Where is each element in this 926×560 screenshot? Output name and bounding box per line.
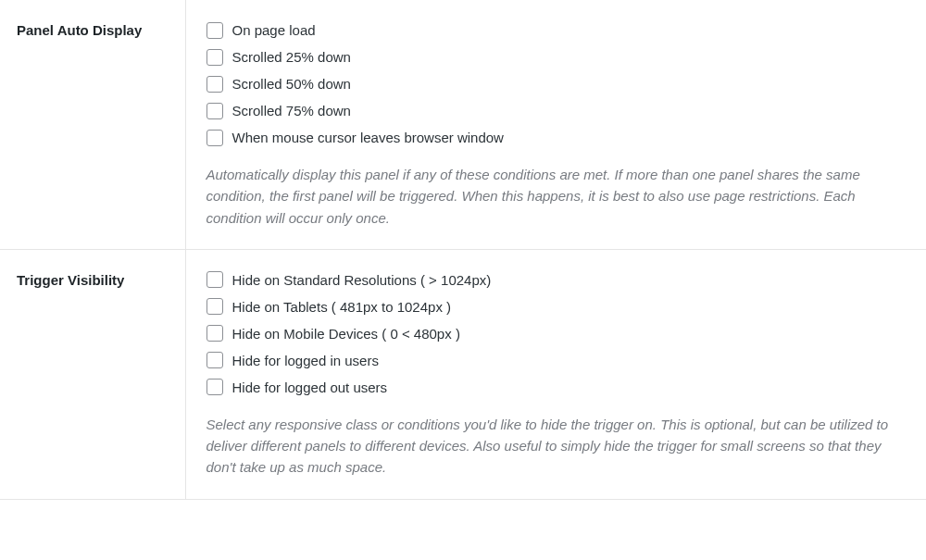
checkbox-icon[interactable] bbox=[206, 76, 223, 93]
checkbox-icon[interactable] bbox=[206, 103, 223, 119]
checkbox-label: Hide on Mobile Devices ( 0 < 480px ) bbox=[232, 324, 460, 343]
row-panel-auto-display: Panel Auto Display On page load Scrolled… bbox=[0, 0, 926, 249]
checkbox-icon[interactable] bbox=[206, 379, 223, 395]
checkbox-hide-logged-out[interactable]: Hide for logged out users bbox=[206, 378, 907, 397]
checkbox-mouse-leaves[interactable]: When mouse cursor leaves browser window bbox=[206, 128, 907, 147]
checkbox-label: Scrolled 75% down bbox=[232, 101, 351, 120]
trigger-visibility-title: Trigger Visibility bbox=[17, 272, 124, 288]
row-label: Trigger Visibility bbox=[0, 249, 185, 499]
checkbox-icon[interactable] bbox=[206, 325, 223, 342]
checkbox-label: Hide for logged out users bbox=[232, 378, 388, 397]
auto-display-description: Automatically display this panel if any … bbox=[206, 164, 892, 229]
checkbox-hide-logged-in[interactable]: Hide for logged in users bbox=[206, 351, 907, 370]
checkbox-scrolled-50[interactable]: Scrolled 50% down bbox=[206, 74, 907, 93]
auto-display-options: On page load Scrolled 25% down Scrolled … bbox=[206, 20, 907, 147]
checkbox-scrolled-75[interactable]: Scrolled 75% down bbox=[206, 101, 907, 120]
checkbox-icon[interactable] bbox=[206, 298, 223, 315]
row-field: Hide on Standard Resolutions ( > 1024px)… bbox=[185, 249, 926, 499]
checkbox-hide-standard[interactable]: Hide on Standard Resolutions ( > 1024px) bbox=[206, 270, 907, 290]
checkbox-icon[interactable] bbox=[206, 130, 223, 146]
checkbox-label: When mouse cursor leaves browser window bbox=[232, 128, 504, 147]
checkbox-scrolled-25[interactable]: Scrolled 25% down bbox=[206, 47, 907, 67]
row-field: On page load Scrolled 25% down Scrolled … bbox=[185, 0, 926, 249]
checkbox-icon[interactable] bbox=[206, 271, 223, 288]
checkbox-icon[interactable] bbox=[206, 352, 223, 368]
checkbox-label: Scrolled 25% down bbox=[232, 47, 351, 67]
checkbox-on-page-load[interactable]: On page load bbox=[206, 20, 907, 40]
checkbox-icon[interactable] bbox=[206, 22, 223, 39]
row-label: Panel Auto Display bbox=[0, 0, 185, 249]
trigger-visibility-options: Hide on Standard Resolutions ( > 1024px)… bbox=[206, 270, 907, 397]
panel-auto-display-title: Panel Auto Display bbox=[17, 22, 142, 38]
checkbox-label: Hide on Tablets ( 481px to 1024px ) bbox=[232, 297, 452, 317]
checkbox-label: On page load bbox=[232, 20, 316, 40]
checkbox-label: Scrolled 50% down bbox=[232, 74, 351, 93]
trigger-visibility-description: Select any responsive class or condition… bbox=[206, 414, 892, 479]
row-trigger-visibility: Trigger Visibility Hide on Standard Reso… bbox=[0, 249, 926, 499]
checkbox-icon[interactable] bbox=[206, 49, 223, 66]
checkbox-label: Hide on Standard Resolutions ( > 1024px) bbox=[232, 270, 492, 290]
checkbox-label: Hide for logged in users bbox=[232, 351, 379, 370]
checkbox-hide-tablets[interactable]: Hide on Tablets ( 481px to 1024px ) bbox=[206, 297, 907, 317]
checkbox-hide-mobile[interactable]: Hide on Mobile Devices ( 0 < 480px ) bbox=[206, 324, 907, 343]
settings-table: Panel Auto Display On page load Scrolled… bbox=[0, 0, 926, 500]
